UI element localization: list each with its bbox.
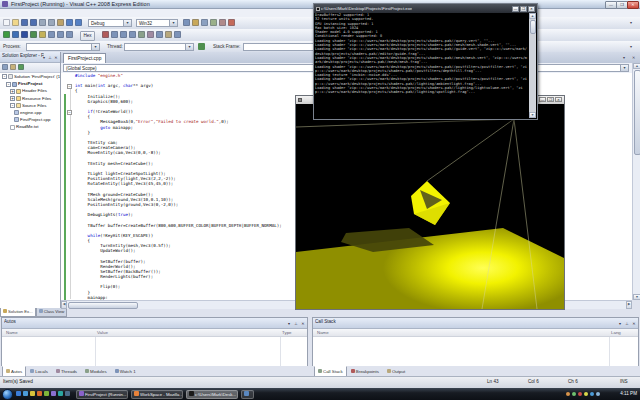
scroll-up-icon[interactable]: ▲ <box>633 63 640 69</box>
show-desktop-icon[interactable] <box>16 391 21 396</box>
explorer-icon[interactable] <box>44 391 49 396</box>
collapse-icon[interactable]: - <box>10 103 15 108</box>
toolbar-overflow-icon[interactable]: ▾ <box>630 44 632 49</box>
volume-icon[interactable] <box>566 392 570 396</box>
collapse-region-icon[interactable]: − <box>67 110 72 115</box>
expand-icon[interactable]: + <box>10 89 15 94</box>
find-icon[interactable] <box>183 19 190 26</box>
memory-window-icon[interactable] <box>174 31 181 38</box>
network-icon[interactable] <box>572 392 576 396</box>
call-stack-header[interactable]: Call Stack ▾ ⊥ ✕ <box>313 318 638 329</box>
taskbar-button-window[interactable] <box>241 390 254 399</box>
tab-class-view[interactable]: Class View <box>36 308 68 317</box>
step-out-icon[interactable] <box>66 31 73 38</box>
photo-viewer-icon[interactable] <box>51 391 56 396</box>
minimize-button[interactable]: — <box>539 97 546 102</box>
modules-window-icon[interactable] <box>156 31 163 38</box>
refresh-icon[interactable] <box>18 64 24 70</box>
tree-item-header-files[interactable]: +Header Files <box>0 87 60 94</box>
expand-icon[interactable]: + <box>10 96 15 101</box>
restart-icon[interactable] <box>30 31 37 38</box>
show-next-statement-icon[interactable] <box>39 31 46 38</box>
calculator-icon[interactable] <box>58 391 63 396</box>
cut-icon[interactable] <box>39 19 46 26</box>
continue-icon[interactable] <box>3 31 10 38</box>
collapse-icon[interactable]: - <box>6 82 11 87</box>
scroll-down-icon[interactable]: ▼ <box>529 112 536 118</box>
editor-vertical-scrollbar[interactable]: ▲ ▼ <box>632 63 640 300</box>
close-document-icon[interactable]: ✕ <box>632 55 635 60</box>
tree-item-firstproject-cpp[interactable]: FirstProject.cpp <box>0 116 60 123</box>
collapse-region-icon[interactable]: − <box>67 84 72 89</box>
start-page-icon[interactable] <box>228 19 235 26</box>
toolbox-icon[interactable] <box>219 19 226 26</box>
maximize-button[interactable]: ❐ <box>520 6 527 12</box>
autos-column-header[interactable]: Name Value Type <box>2 329 307 337</box>
security-icon[interactable] <box>578 392 582 396</box>
watch-window-icon[interactable] <box>120 31 127 38</box>
threads-window-icon[interactable] <box>147 31 154 38</box>
close-button[interactable]: ✕ <box>627 1 639 9</box>
sync-icon[interactable] <box>596 392 600 396</box>
scrollbar-thumb[interactable] <box>68 302 138 309</box>
scrollbar-thumb[interactable] <box>634 70 640 155</box>
close-icon[interactable]: ✕ <box>630 320 638 328</box>
toolbar-overflow-icon[interactable]: ▾ <box>630 20 632 25</box>
open-file-icon[interactable] <box>12 19 19 26</box>
platform-combo[interactable]: Win32▾ <box>136 19 178 27</box>
scroll-right-icon[interactable]: ▶ <box>626 301 632 309</box>
show-all-files-icon[interactable] <box>10 64 16 70</box>
document-list-icon[interactable]: ▾ <box>623 55 625 60</box>
hex-button[interactable]: Hex <box>80 31 94 41</box>
start-button[interactable] <box>2 389 13 400</box>
call-stack-window-icon[interactable] <box>138 31 145 38</box>
taskbar-button-firstproject-runnin[interactable]: FirstProject (Runnin... <box>76 390 128 399</box>
tree-item-readme-txt[interactable]: ReadMe.txt <box>0 123 60 130</box>
stop-debugging-icon[interactable] <box>21 31 28 38</box>
redo-icon[interactable] <box>75 19 82 26</box>
internet-explorer-icon[interactable] <box>23 391 28 396</box>
tree-item-solution-firstproject-1-project[interactable]: -Solution 'FirstProject' (1 project) <box>0 73 60 80</box>
scroll-left-icon[interactable]: ◀ <box>61 301 67 309</box>
call-stack-grid[interactable] <box>313 337 638 366</box>
close-icon[interactable]: ✕ <box>299 320 307 328</box>
thread-combo[interactable]: ▾ <box>124 43 194 51</box>
battery-icon[interactable] <box>590 392 594 396</box>
object-browser-icon[interactable] <box>210 19 217 26</box>
command-prompt-icon[interactable] <box>65 391 70 396</box>
immediate-window-icon[interactable] <box>111 31 118 38</box>
properties-icon[interactable] <box>2 64 8 70</box>
scrollbar-thumb[interactable] <box>530 20 536 34</box>
output-window-icon[interactable] <box>165 31 172 38</box>
close-icon[interactable]: ✕ <box>52 54 60 62</box>
save-all-icon[interactable] <box>30 19 37 26</box>
copy-icon[interactable] <box>48 19 55 26</box>
break-all-icon[interactable] <box>12 31 19 38</box>
collapse-icon[interactable]: - <box>2 74 7 79</box>
breakpoints-window-icon[interactable] <box>102 31 109 38</box>
scroll-down-icon[interactable]: ▼ <box>633 294 640 300</box>
locals-window-icon[interactable] <box>129 31 136 38</box>
console-window[interactable]: c:\Users\Mark\Desktop\Projects\FirstProj… <box>313 3 538 120</box>
solution-explorer-icon[interactable] <box>192 19 199 26</box>
tab-solution-ex[interactable]: Solution Ex... <box>0 308 36 317</box>
render-window[interactable]: — ❐ ✕ <box>295 95 565 310</box>
console-scrollbar[interactable]: ▲ ▼ <box>529 13 536 118</box>
email-icon[interactable] <box>30 391 35 396</box>
flag-icon[interactable] <box>198 43 205 50</box>
save-icon[interactable] <box>21 19 28 26</box>
taskbar-button-workspace-mozilla[interactable]: WorkSpace - Mozilla ... <box>131 390 183 399</box>
close-button[interactable]: ✕ <box>528 6 535 12</box>
media-player-icon[interactable] <box>37 391 42 396</box>
tree-item-firstproject[interactable]: -FirstProject <box>0 80 60 87</box>
paste-icon[interactable] <box>57 19 64 26</box>
call-stack-column-header[interactable]: Name Lang <box>313 329 638 337</box>
close-button[interactable]: ✕ <box>555 97 562 102</box>
process-combo[interactable]: ▾ <box>26 43 100 51</box>
tree-item-resource-files[interactable]: +Resource Files <box>0 95 60 102</box>
step-into-icon[interactable] <box>48 31 55 38</box>
solution-config-combo[interactable]: Debug▾ <box>88 19 132 27</box>
solution-explorer-header[interactable]: Solution Explorer - FirstProject ▾ ⊥ ✕ <box>0 52 60 63</box>
autos-header[interactable]: Autos ▾ ⊥ ✕ <box>2 318 307 329</box>
new-file-icon[interactable] <box>3 19 10 26</box>
